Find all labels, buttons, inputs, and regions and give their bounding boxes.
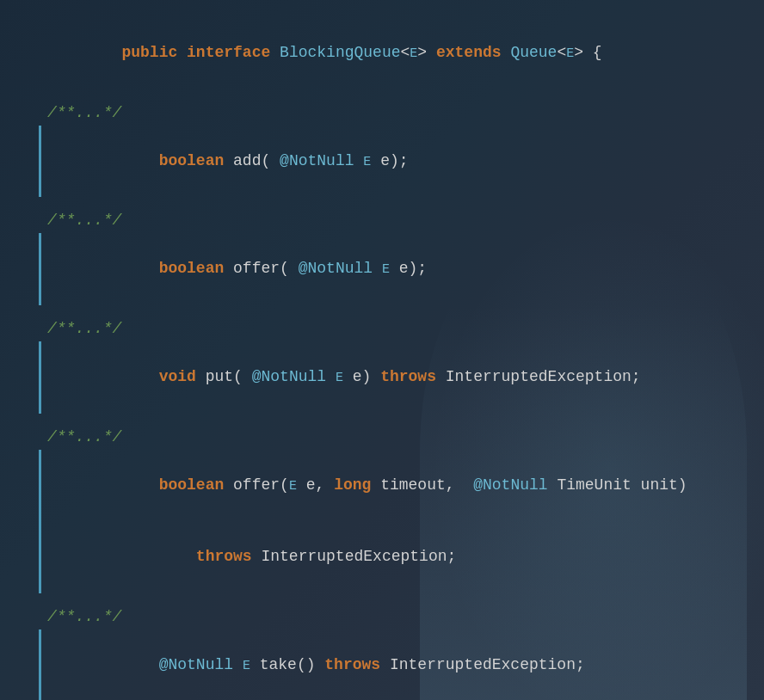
- token-notnull: @NotNull: [280, 152, 354, 169]
- line-comment-5: /**...*/: [43, 605, 764, 629]
- token-classname: BlockingQueue: [280, 44, 400, 61]
- line-offer-2a: boolean offer(E e, long timeout, @NotNul…: [43, 450, 764, 522]
- comment-5: /**...*/: [47, 605, 121, 629]
- line-comment-4: /**...*/: [43, 426, 764, 450]
- code-viewer: public interface BlockingQueue<E> extend…: [0, 0, 764, 700]
- token-interface: interface: [187, 44, 270, 61]
- line-offer-2b: throws InterruptedException;: [43, 521, 764, 593]
- line-comment-3: /**...*/: [43, 317, 764, 341]
- spacer-1: [43, 89, 764, 101]
- line-put: void put( @NotNull E e) throws Interrupt…: [43, 341, 764, 414]
- spacer-3: [43, 305, 764, 317]
- line-1: public interface BlockingQueue<E> extend…: [43, 17, 764, 89]
- token-boolean: boolean: [159, 152, 225, 169]
- comment-4: /**...*/: [47, 426, 121, 450]
- token-public: public: [121, 44, 177, 61]
- token-throws-take: throws: [324, 656, 380, 673]
- line-take: @NotNull E take() throws InterruptedExce…: [43, 629, 764, 700]
- code-block: public interface BlockingQueue<E> extend…: [43, 9, 764, 700]
- spacer-2: [43, 197, 764, 209]
- comment-1: /**...*/: [47, 101, 121, 126]
- token-throws-offer: throws: [196, 548, 252, 565]
- line-comment-2: /**...*/: [43, 209, 764, 233]
- comment-3: /**...*/: [47, 317, 121, 341]
- token-throws-put: throws: [380, 368, 436, 385]
- spacer-5: [43, 593, 764, 605]
- spacer-4: [43, 414, 764, 426]
- line-add: boolean add( @NotNull E e);: [43, 126, 764, 198]
- line-comment-1: /**...*/: [43, 101, 764, 126]
- token-extends: extends: [436, 44, 502, 61]
- comment-2: /**...*/: [47, 209, 121, 233]
- line-offer-1: boolean offer( @NotNull E e);: [43, 233, 764, 305]
